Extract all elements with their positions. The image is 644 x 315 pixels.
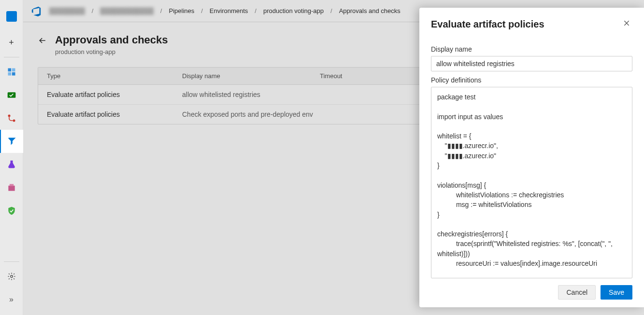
testplans-icon — [6, 159, 17, 170]
display-name-label: Display name — [431, 45, 632, 53]
page-subtitle: production voting-app — [55, 48, 168, 55]
svg-point-6 — [13, 120, 15, 122]
save-button[interactable]: Save — [601, 285, 632, 300]
pipelines-icon — [7, 136, 17, 147]
breadcrumb-pipelines[interactable]: Pipelines — [169, 7, 194, 14]
breadcrumb-project[interactable]: ████████████ — [100, 7, 154, 14]
breadcrumb-approvals[interactable]: Approvals and checks — [339, 7, 401, 14]
project-badge[interactable] — [0, 5, 23, 28]
policy-definitions-textarea[interactable] — [431, 87, 632, 278]
artifacts-icon — [6, 182, 17, 193]
rail-divider — [4, 57, 19, 57]
boards-icon — [6, 90, 17, 100]
rail-testplans[interactable] — [0, 153, 23, 176]
gear-icon — [6, 271, 17, 282]
rail-settings[interactable] — [0, 265, 23, 288]
svg-point-9 — [10, 275, 13, 278]
rail-pipelines[interactable] — [0, 130, 23, 153]
breadcrumb-org[interactable]: ████████ — [49, 7, 85, 14]
svg-rect-1 — [12, 68, 15, 72]
cell-type: Evaluate artifact policies — [47, 91, 182, 98]
cancel-button[interactable]: Cancel — [558, 285, 596, 300]
cell-type: Evaluate artifact policies — [47, 110, 182, 118]
rail-boards[interactable] — [0, 83, 23, 107]
shield-check-icon — [6, 205, 17, 216]
svg-rect-7 — [8, 186, 14, 191]
col-header-displayname: Display name — [182, 72, 320, 80]
rail-overview[interactable] — [0, 60, 23, 83]
rail-repos[interactable] — [0, 107, 23, 130]
svg-rect-8 — [9, 184, 13, 186]
azure-devops-logo-icon[interactable] — [31, 6, 42, 16]
rail-compliance[interactable] — [0, 199, 23, 222]
dashboard-icon — [6, 67, 17, 77]
rail-expand[interactable]: » — [0, 288, 23, 311]
svg-rect-2 — [8, 72, 11, 76]
panel-title: Evaluate artifact policies — [431, 19, 544, 30]
left-nav-rail: + — [0, 0, 23, 315]
chevron-double-right-icon: » — [6, 294, 17, 305]
repos-icon — [6, 113, 17, 123]
policy-definitions-label: Policy definitions — [431, 76, 632, 84]
svg-rect-3 — [12, 72, 15, 76]
display-name-input[interactable] — [431, 56, 632, 71]
breadcrumb-env-name[interactable]: production voting-app — [263, 7, 324, 14]
cell-displayname: Check exposed ports and pre-deployed env — [182, 110, 320, 118]
svg-rect-0 — [8, 68, 11, 72]
svg-point-5 — [8, 115, 10, 117]
back-arrow-icon[interactable] — [38, 34, 47, 48]
page-title: Approvals and checks — [55, 34, 168, 46]
cell-displayname: allow whitelisted registries — [182, 91, 320, 98]
rail-artifacts[interactable] — [0, 176, 23, 199]
edit-policy-panel: Evaluate artifact policies Display name … — [419, 8, 644, 307]
col-header-type: Type — [47, 72, 182, 80]
rail-add[interactable]: + — [0, 31, 23, 54]
breadcrumb-environments[interactable]: Environments — [210, 7, 248, 14]
rail-divider — [4, 261, 19, 262]
close-icon[interactable] — [621, 17, 632, 31]
plus-icon: + — [9, 38, 14, 48]
